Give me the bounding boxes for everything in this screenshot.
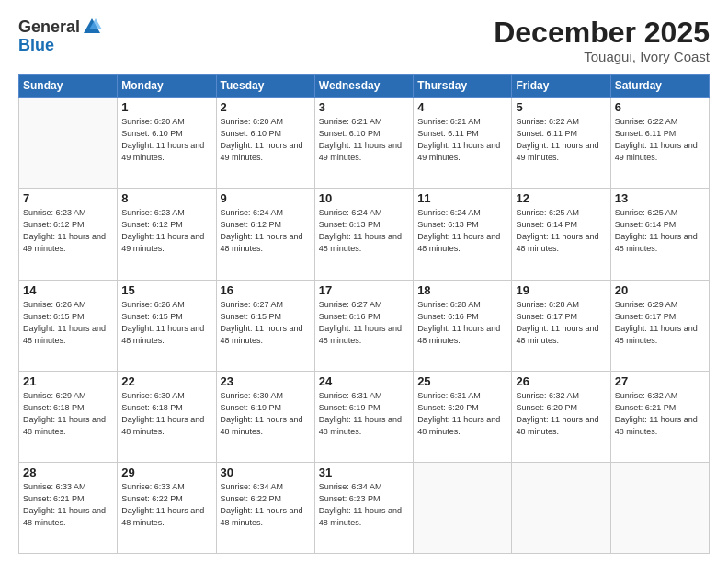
logo-blue: Blue xyxy=(18,36,54,54)
table-row: 13Sunrise: 6:25 AMSunset: 6:14 PMDayligh… xyxy=(610,189,709,280)
day-number: 3 xyxy=(319,100,409,114)
day-number: 17 xyxy=(319,283,409,297)
table-row: 22Sunrise: 6:30 AMSunset: 6:18 PMDayligh… xyxy=(118,371,216,462)
day-number: 19 xyxy=(516,283,606,297)
table-row: 30Sunrise: 6:34 AMSunset: 6:22 PMDayligh… xyxy=(216,462,314,553)
table-row: 19Sunrise: 6:28 AMSunset: 6:17 PMDayligh… xyxy=(512,280,610,371)
day-number: 26 xyxy=(516,374,606,388)
day-number: 23 xyxy=(221,374,311,388)
day-info: Sunrise: 6:32 AMSunset: 6:20 PMDaylight:… xyxy=(516,390,606,438)
calendar-table: Sunday Monday Tuesday Wednesday Thursday… xyxy=(18,74,710,554)
day-number: 28 xyxy=(23,465,113,479)
day-info: Sunrise: 6:28 AMSunset: 6:17 PMDaylight:… xyxy=(516,299,606,347)
day-info: Sunrise: 6:23 AMSunset: 6:12 PMDaylight:… xyxy=(23,207,113,255)
day-number: 8 xyxy=(121,191,211,205)
table-row: 8Sunrise: 6:23 AMSunset: 6:12 PMDaylight… xyxy=(118,189,216,280)
day-number: 11 xyxy=(417,191,507,205)
table-row: 9Sunrise: 6:24 AMSunset: 6:12 PMDaylight… xyxy=(216,189,314,280)
day-info: Sunrise: 6:34 AMSunset: 6:22 PMDaylight:… xyxy=(221,481,311,529)
day-info: Sunrise: 6:33 AMSunset: 6:21 PMDaylight:… xyxy=(23,481,113,529)
table-row: 11Sunrise: 6:24 AMSunset: 6:13 PMDayligh… xyxy=(414,189,512,280)
day-info: Sunrise: 6:30 AMSunset: 6:19 PMDaylight:… xyxy=(221,390,311,438)
day-info: Sunrise: 6:29 AMSunset: 6:18 PMDaylight:… xyxy=(23,390,113,438)
day-info: Sunrise: 6:33 AMSunset: 6:22 PMDaylight:… xyxy=(121,481,211,529)
day-number: 14 xyxy=(23,283,113,297)
day-info: Sunrise: 6:26 AMSunset: 6:15 PMDaylight:… xyxy=(121,299,211,347)
day-number: 20 xyxy=(615,283,705,297)
day-number: 5 xyxy=(516,100,606,114)
table-row: 20Sunrise: 6:29 AMSunset: 6:17 PMDayligh… xyxy=(610,280,709,371)
table-row: 4Sunrise: 6:21 AMSunset: 6:11 PMDaylight… xyxy=(414,98,512,189)
day-info: Sunrise: 6:26 AMSunset: 6:15 PMDaylight:… xyxy=(23,299,113,347)
table-row: 25Sunrise: 6:31 AMSunset: 6:20 PMDayligh… xyxy=(414,371,512,462)
day-info: Sunrise: 6:32 AMSunset: 6:21 PMDaylight:… xyxy=(615,390,705,438)
col-wednesday: Wednesday xyxy=(314,75,413,98)
day-info: Sunrise: 6:24 AMSunset: 6:13 PMDaylight:… xyxy=(319,207,409,255)
location-title: Touagui, Ivory Coast xyxy=(494,49,710,64)
title-block: December 2025 Touagui, Ivory Coast xyxy=(494,17,710,64)
day-number: 30 xyxy=(221,465,311,479)
calendar-header-row: Sunday Monday Tuesday Wednesday Thursday… xyxy=(19,75,710,98)
table-row: 12Sunrise: 6:25 AMSunset: 6:14 PMDayligh… xyxy=(512,189,610,280)
table-row: 5Sunrise: 6:22 AMSunset: 6:11 PMDaylight… xyxy=(512,98,610,189)
calendar-week-2: 14Sunrise: 6:26 AMSunset: 6:15 PMDayligh… xyxy=(19,280,710,371)
table-row: 24Sunrise: 6:31 AMSunset: 6:19 PMDayligh… xyxy=(314,371,413,462)
day-info: Sunrise: 6:22 AMSunset: 6:11 PMDaylight:… xyxy=(516,116,606,164)
logo-icon xyxy=(82,17,102,37)
table-row xyxy=(512,462,610,553)
day-number: 31 xyxy=(319,465,409,479)
table-row: 16Sunrise: 6:27 AMSunset: 6:15 PMDayligh… xyxy=(216,280,314,371)
day-info: Sunrise: 6:28 AMSunset: 6:16 PMDaylight:… xyxy=(417,299,507,347)
logo: General Blue xyxy=(18,17,102,54)
day-number: 2 xyxy=(221,100,311,114)
calendar-week-4: 28Sunrise: 6:33 AMSunset: 6:21 PMDayligh… xyxy=(19,462,710,553)
table-row: 21Sunrise: 6:29 AMSunset: 6:18 PMDayligh… xyxy=(19,371,118,462)
table-row: 1Sunrise: 6:20 AMSunset: 6:10 PMDaylight… xyxy=(118,98,216,189)
calendar-week-3: 21Sunrise: 6:29 AMSunset: 6:18 PMDayligh… xyxy=(19,371,710,462)
day-number: 7 xyxy=(23,191,113,205)
day-number: 21 xyxy=(23,374,113,388)
table-row: 29Sunrise: 6:33 AMSunset: 6:22 PMDayligh… xyxy=(118,462,216,553)
table-row: 17Sunrise: 6:27 AMSunset: 6:16 PMDayligh… xyxy=(314,280,413,371)
col-thursday: Thursday xyxy=(414,75,512,98)
table-row xyxy=(414,462,512,553)
day-info: Sunrise: 6:24 AMSunset: 6:12 PMDaylight:… xyxy=(221,207,311,255)
day-info: Sunrise: 6:29 AMSunset: 6:17 PMDaylight:… xyxy=(615,299,705,347)
day-info: Sunrise: 6:21 AMSunset: 6:10 PMDaylight:… xyxy=(319,116,409,164)
col-tuesday: Tuesday xyxy=(216,75,314,98)
table-row: 10Sunrise: 6:24 AMSunset: 6:13 PMDayligh… xyxy=(314,189,413,280)
day-info: Sunrise: 6:31 AMSunset: 6:19 PMDaylight:… xyxy=(319,390,409,438)
day-info: Sunrise: 6:20 AMSunset: 6:10 PMDaylight:… xyxy=(121,116,211,164)
calendar-week-1: 7Sunrise: 6:23 AMSunset: 6:12 PMDaylight… xyxy=(19,189,710,280)
table-row: 28Sunrise: 6:33 AMSunset: 6:21 PMDayligh… xyxy=(19,462,118,553)
table-row: 26Sunrise: 6:32 AMSunset: 6:20 PMDayligh… xyxy=(512,371,610,462)
day-number: 13 xyxy=(615,191,705,205)
table-row: 27Sunrise: 6:32 AMSunset: 6:21 PMDayligh… xyxy=(610,371,709,462)
day-number: 4 xyxy=(417,100,507,114)
table-row: 15Sunrise: 6:26 AMSunset: 6:15 PMDayligh… xyxy=(118,280,216,371)
day-info: Sunrise: 6:30 AMSunset: 6:18 PMDaylight:… xyxy=(121,390,211,438)
table-row: 14Sunrise: 6:26 AMSunset: 6:15 PMDayligh… xyxy=(19,280,118,371)
day-info: Sunrise: 6:22 AMSunset: 6:11 PMDaylight:… xyxy=(615,116,705,164)
day-number: 12 xyxy=(516,191,606,205)
table-row: 2Sunrise: 6:20 AMSunset: 6:10 PMDaylight… xyxy=(216,98,314,189)
day-info: Sunrise: 6:23 AMSunset: 6:12 PMDaylight:… xyxy=(121,207,211,255)
table-row xyxy=(19,98,118,189)
day-info: Sunrise: 6:34 AMSunset: 6:23 PMDaylight:… xyxy=(319,481,409,529)
day-number: 9 xyxy=(221,191,311,205)
day-number: 1 xyxy=(121,100,211,114)
day-number: 6 xyxy=(615,100,705,114)
month-title: December 2025 xyxy=(494,17,710,49)
page: General Blue December 2025 Touagui, Ivor… xyxy=(0,0,728,563)
day-info: Sunrise: 6:21 AMSunset: 6:11 PMDaylight:… xyxy=(417,116,507,164)
day-number: 27 xyxy=(615,374,705,388)
logo-general: General xyxy=(18,18,80,35)
day-number: 24 xyxy=(319,374,409,388)
day-number: 25 xyxy=(417,374,507,388)
table-row: 3Sunrise: 6:21 AMSunset: 6:10 PMDaylight… xyxy=(314,98,413,189)
col-saturday: Saturday xyxy=(610,75,709,98)
day-number: 16 xyxy=(221,283,311,297)
day-number: 29 xyxy=(121,465,211,479)
header: General Blue December 2025 Touagui, Ivor… xyxy=(18,17,710,64)
day-info: Sunrise: 6:31 AMSunset: 6:20 PMDaylight:… xyxy=(417,390,507,438)
